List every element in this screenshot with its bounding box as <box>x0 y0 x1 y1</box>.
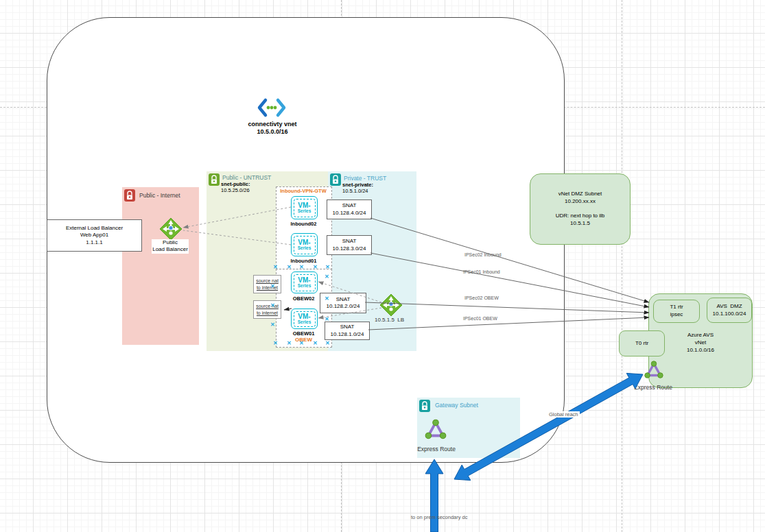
gateway-express-route-icon[interactable] <box>423 418 448 442</box>
x-mark: ✕ <box>270 322 275 328</box>
region-trust-label: Private - TRUST <box>344 175 386 182</box>
express-route-icon-svg <box>643 359 665 381</box>
gateway-subnet-label: Gateway Subnet <box>435 402 478 409</box>
vm-text: Series <box>298 209 311 214</box>
public-load-balancer-icon[interactable] <box>159 217 183 241</box>
gateway-express-route-label: Express Route <box>416 446 457 452</box>
external-lb-box[interactable]: External Load Balancer Web App01 1.1.1.1 <box>47 219 142 252</box>
region-public-internet[interactable] <box>122 187 199 345</box>
vm-series-art: VM- Series <box>294 236 316 254</box>
vm-text: Series <box>298 284 311 289</box>
x-mark: ✕ <box>299 265 304 270</box>
t0-router-box[interactable]: T0 rtr <box>619 330 665 356</box>
x-mark: ✕ <box>325 274 329 280</box>
avs-express-route-label: Express Route <box>633 384 674 391</box>
trust-snet-cidr: 10.5.1.0/24 <box>342 188 368 194</box>
external-lb-line1: External Load Balancer <box>47 225 141 232</box>
vnet-icon[interactable] <box>257 97 287 118</box>
global-reach-label: Global reach <box>548 411 580 418</box>
x-mark: ✕ <box>325 296 329 302</box>
lock-icon-green <box>209 173 220 189</box>
vm-series-inbound02[interactable]: VM- Series <box>291 196 318 219</box>
snat-box-1[interactable]: SNAT 10.128.1.0/24 <box>325 322 370 340</box>
x-mark: ✕ <box>270 284 275 289</box>
ipsec-link-label-1: IPSec02 Inbound <box>464 252 502 257</box>
dmz-line1: vNet DMZ Subnet <box>558 191 602 198</box>
x-mark: ✕ <box>325 265 330 270</box>
vm-series-art: VM- Series <box>294 311 316 327</box>
x-mark: ✕ <box>325 317 329 322</box>
hub-label: connectivty vnet 10.5.0.0/16 <box>234 121 311 136</box>
vm-text: Series <box>298 320 311 325</box>
avs-dmz-line1: AVS DMZ <box>716 303 742 311</box>
source-nat-note-2[interactable]: source nat to internet <box>253 300 281 319</box>
snat-cidr: 10.128.4.0/24 <box>327 210 371 217</box>
snat-title: SNAT <box>327 202 371 209</box>
region-public-internet-label: Public - Internet <box>139 192 180 199</box>
x-mark: ✕ <box>313 341 318 346</box>
avs-name1: Azure AVS <box>687 331 714 339</box>
public-lb-label-line2: Load Balancer <box>152 246 189 253</box>
x-mark: ✕ <box>287 265 292 270</box>
lock-icon-red <box>124 189 135 204</box>
obew02-label: OBEW02 <box>284 295 323 302</box>
vnet-icon-svg <box>257 97 287 118</box>
x-mark: ✕ <box>325 341 330 346</box>
avs-dmz-box[interactable]: AVS DMZ 10.1.100.0/24 <box>707 298 752 323</box>
obew01-label: OBEW01 <box>284 330 323 337</box>
vm-series-obew01[interactable]: VM- Series <box>291 309 318 329</box>
t1-line1: T1 rtr <box>670 304 683 311</box>
source-nat-line1: source nat <box>254 303 281 309</box>
on-prem-label: to on prem secondary dc <box>411 514 468 520</box>
vnet-dmz-subnet-box[interactable]: vNet DMZ Subnet 10.200.xx.xx UDR: next h… <box>530 173 631 245</box>
inbound-vpn-gtw-label: Inbound-VPN-GTW <box>276 188 331 194</box>
snat-cidr: 10.128.3.0/24 <box>327 245 371 252</box>
vm-text: Series <box>298 246 311 251</box>
internal-load-balancer-icon[interactable] <box>379 293 403 317</box>
load-balancer-icon-svg <box>159 217 183 241</box>
arrow-on-prem[interactable] <box>425 459 443 532</box>
vm-series-art: VM- Series <box>294 199 316 217</box>
snat-box-3[interactable]: SNAT 10.128.3.0/24 <box>327 235 372 255</box>
inbound01-label: Inbound01 <box>284 258 323 264</box>
load-balancer-icon-svg <box>379 293 403 317</box>
ipsec-link-label-2: IPSec01 Inbound <box>463 269 500 274</box>
x-mark: ✕ <box>299 341 304 346</box>
x-mark: ✕ <box>313 265 318 270</box>
avs-name3: 10.1.0.0/16 <box>687 346 714 354</box>
ipsec-link-label-3: IPSec02 OBEW <box>464 295 499 300</box>
ipsec-link-label-4: IPSec01 OBEW <box>463 316 497 321</box>
t1-line2: ipsec <box>670 311 683 319</box>
external-lb-line3: 1.1.1.1 <box>47 239 141 246</box>
diagram-canvas: connectivty vnet 10.5.0.0/16 External Lo… <box>0 0 765 532</box>
x-mark: ✕ <box>273 341 278 346</box>
avs-dmz-line2: 10.1.100.0/24 <box>713 311 746 318</box>
snat-cidr: 10.128.1.0/24 <box>325 331 369 338</box>
avs-name2: vNet <box>687 339 714 346</box>
internal-lb-label: 10.5.1.5 LB <box>375 317 404 323</box>
untrust-snet-name: snet-public: <box>221 181 250 187</box>
dmz-line3: UDR: next hop to ilb <box>556 213 605 220</box>
hub-cidr: 10.5.0.0/16 <box>234 128 311 136</box>
untrust-snet-cidr: 10.5.25.0/26 <box>221 187 250 193</box>
x-mark: ✕ <box>270 303 275 309</box>
source-nat-line2: to internet <box>254 310 281 316</box>
region-untrust-label: Public - UNTRUST <box>222 174 271 181</box>
source-nat-note-1[interactable]: source nat to internet <box>253 275 281 293</box>
t0-label: T0 rtr <box>635 340 648 348</box>
vm-series-obew02[interactable]: VM- Series <box>291 271 318 293</box>
avs-name-block: Azure AVS vNet 10.1.0.0/16 <box>687 331 714 354</box>
snat-box-4[interactable]: SNAT 10.128.4.0/24 <box>327 200 372 219</box>
avs-express-route-icon[interactable] <box>643 359 665 381</box>
snat-title: SNAT <box>327 238 371 245</box>
x-mark: ✕ <box>273 265 278 270</box>
dmz-line4: 10.5.1.5 <box>570 220 590 228</box>
vm-series-art: VM- Series <box>294 274 316 291</box>
snat-title: SNAT <box>325 324 369 330</box>
inbound02-label: Inbound02 <box>284 221 323 227</box>
t1-router-box[interactable]: T1 rtr ipsec <box>653 300 700 323</box>
express-route-icon-svg <box>423 418 448 442</box>
trust-snet-name: snet-private: <box>342 182 373 188</box>
vm-series-inbound01[interactable]: VM- Series <box>291 233 318 256</box>
source-nat-line1: source nat <box>254 278 281 284</box>
